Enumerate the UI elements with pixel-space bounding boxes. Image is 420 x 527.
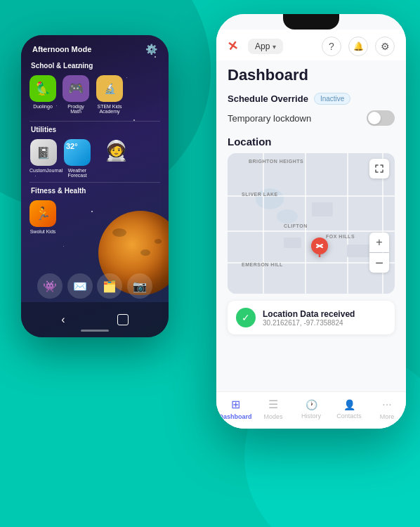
location-data-title: Location Data received bbox=[263, 309, 355, 319]
dashboard-tab-label: Dashboard bbox=[218, 413, 251, 420]
tab-contacts[interactable]: 👤 Contacts bbox=[330, 399, 368, 419]
swolut-icon: 🏃 bbox=[29, 200, 56, 227]
weather-icon: 32° bbox=[64, 139, 91, 166]
map-container[interactable]: BRIGHTON HEIGHTS SLIVER LAKE CLIFTON FOX… bbox=[228, 153, 395, 294]
prodigy-label: Prodigy Math bbox=[62, 104, 90, 114]
stem-app[interactable]: 🔬 STEM Kids Academy bbox=[96, 75, 124, 114]
settings-icon[interactable]: ⚙️ bbox=[145, 44, 157, 55]
duolingo-app[interactable]: 🦜 Duolingo bbox=[29, 75, 56, 114]
map-road-v1 bbox=[263, 153, 264, 294]
logo-area: ✕ App ▾ bbox=[228, 39, 283, 54]
phone-notch bbox=[283, 14, 339, 30]
camera-icon[interactable]: 📷 bbox=[127, 273, 152, 299]
map-road-v3 bbox=[347, 153, 348, 294]
back-button[interactable]: ‹ bbox=[61, 313, 65, 326]
notification-button[interactable]: 🔔 bbox=[348, 37, 368, 56]
modes-tab-icon: ☰ bbox=[268, 398, 278, 411]
location-coordinates: 30.2162617, -97.7358824 bbox=[263, 319, 355, 327]
dashboard-content: Dashboard Schedule Override Inactive Tem… bbox=[216, 60, 406, 391]
stem-label: STEM Kids Academy bbox=[96, 104, 124, 114]
map-label-emerson: EMERSON HILL bbox=[242, 262, 283, 267]
contacts-tab-icon: 👤 bbox=[343, 399, 355, 410]
more-tab-label: More bbox=[380, 413, 395, 420]
left-phone-screen: Afternoon Mode ⚙️ School & Learning 🦜 Du… bbox=[21, 35, 169, 337]
divider-2 bbox=[29, 182, 160, 183]
inactive-badge: Inactive bbox=[314, 93, 350, 105]
map-block-2 bbox=[284, 238, 301, 248]
home-indicator bbox=[81, 330, 109, 332]
tab-modes[interactable]: ☰ Modes bbox=[254, 398, 292, 420]
toggle-knob bbox=[368, 112, 381, 124]
folder-icon[interactable]: 🗂️ bbox=[97, 273, 122, 299]
schedule-override-label: Schedule Override bbox=[228, 93, 308, 104]
prodigy-app[interactable]: 🎮 Prodigy Math bbox=[62, 75, 90, 114]
left-phone: Afternoon Mode ⚙️ School & Learning 🦜 Du… bbox=[21, 35, 169, 337]
mail-icon[interactable]: ✉️ bbox=[67, 273, 93, 299]
schedule-override-row: Schedule Override Inactive bbox=[228, 93, 395, 105]
map-label-sliver: SLIVER LAKE bbox=[242, 192, 278, 197]
lockdown-label: Temporary lockdown bbox=[228, 113, 311, 124]
right-phone-screen: ✕ App ▾ ? 🔔 ⚙ Dashboard Schedule Overrid… bbox=[216, 14, 406, 429]
home-button[interactable] bbox=[117, 314, 129, 325]
help-button[interactable]: ? bbox=[322, 37, 341, 56]
fitness-section-label: Fitness & Health bbox=[21, 184, 169, 197]
map-label-brighton: BRIGHTON HEIGHTS bbox=[249, 159, 303, 164]
dashboard-tab-icon: ⊞ bbox=[231, 398, 240, 411]
divider-1 bbox=[29, 121, 160, 122]
bottom-icons-row: 👾 ✉️ 🗂️ 📷 bbox=[21, 273, 169, 299]
location-data-card: ✓ Location Data received 30.2162617, -97… bbox=[228, 301, 395, 334]
right-top-bar: ✕ App ▾ ? 🔔 ⚙ bbox=[216, 30, 406, 60]
app-logo: ✕ bbox=[226, 38, 239, 55]
lockdown-toggle[interactable] bbox=[367, 110, 395, 126]
astronaut-decoration: 🧑‍🚀 bbox=[104, 139, 129, 178]
map-label-foxhills: FOX HILLS bbox=[326, 234, 355, 239]
prodigy-icon: 🎮 bbox=[63, 75, 89, 102]
dropdown-label: App bbox=[255, 41, 270, 51]
top-bar-icons: ? 🔔 ⚙ bbox=[322, 37, 395, 56]
customjournal-label: CustomJournal bbox=[29, 168, 58, 173]
school-apps-grid: 🦜 Duolingo 🎮 Prodigy Math 🔬 STEM Kids Ac… bbox=[21, 72, 169, 119]
map-zoom-controls: + − bbox=[369, 233, 389, 273]
customjournal-icon: 📓 bbox=[30, 139, 57, 166]
map-label-clifton: CLIFTON bbox=[284, 223, 308, 228]
left-phone-header: Afternoon Mode ⚙️ bbox=[21, 35, 169, 59]
more-tab-icon: ··· bbox=[382, 398, 391, 411]
map-block-3 bbox=[347, 245, 372, 257]
map-zoom-out[interactable]: − bbox=[369, 253, 389, 273]
right-phone: ✕ App ▾ ? 🔔 ⚙ Dashboard Schedule Overrid… bbox=[216, 14, 406, 429]
tab-more[interactable]: ··· More bbox=[368, 398, 406, 420]
bottom-tab-bar: ⊞ Dashboard ☰ Modes 🕐 History 👤 Contacts… bbox=[216, 391, 406, 429]
swolut-label: Swolut Kids bbox=[30, 229, 56, 234]
history-tab-icon: 🕐 bbox=[306, 399, 317, 410]
tab-history[interactable]: 🕐 History bbox=[292, 399, 330, 419]
location-info: Location Data received 30.2162617, -97.7… bbox=[263, 309, 355, 327]
settings-button[interactable]: ⚙ bbox=[375, 37, 395, 56]
customjournal-app[interactable]: 📓 CustomJournal bbox=[29, 139, 58, 178]
map-water-2 bbox=[277, 209, 298, 223]
app-dropdown[interactable]: App ▾ bbox=[248, 39, 283, 54]
location-check-icon: ✓ bbox=[236, 308, 256, 327]
map-location-pin bbox=[311, 238, 328, 263]
history-tab-label: History bbox=[301, 412, 321, 419]
utilities-apps-grid: 📓 CustomJournal 32° Weather Forecast 🧑‍🚀 bbox=[21, 136, 169, 181]
game-icon[interactable]: 👾 bbox=[37, 273, 63, 299]
swolut-app[interactable]: 🏃 Swolut Kids bbox=[29, 200, 56, 234]
dashboard-title: Dashboard bbox=[228, 66, 395, 84]
tab-dashboard[interactable]: ⊞ Dashboard bbox=[216, 398, 254, 420]
fitness-apps-grid: 🏃 Swolut Kids bbox=[21, 197, 169, 237]
map-road-h2 bbox=[228, 230, 395, 232]
school-section-label: School & Learning bbox=[21, 59, 169, 72]
chevron-down-icon: ▾ bbox=[273, 43, 276, 51]
lockdown-row: Temporary lockdown bbox=[228, 110, 395, 126]
location-title: Location bbox=[228, 136, 395, 148]
map-zoom-in[interactable]: + bbox=[369, 233, 389, 252]
duolingo-label: Duolingo bbox=[33, 104, 53, 109]
afternoon-mode-label: Afternoon Mode bbox=[32, 45, 91, 53]
duolingo-icon: 🦜 bbox=[29, 75, 56, 102]
utilities-section-label: Utilities bbox=[21, 123, 169, 136]
map-expand-button[interactable] bbox=[369, 159, 389, 178]
stem-icon: 🔬 bbox=[96, 75, 123, 102]
weather-app[interactable]: 32° Weather Forecast bbox=[63, 139, 91, 178]
map-block-1 bbox=[312, 202, 333, 216]
contacts-tab-label: Contacts bbox=[336, 412, 362, 419]
